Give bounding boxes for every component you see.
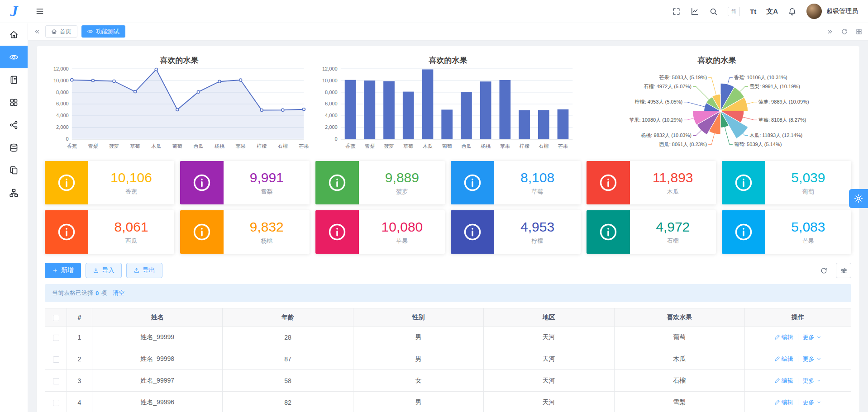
svg-text:苹果: 苹果 (500, 143, 510, 149)
tab-0[interactable]: 首页 (45, 25, 77, 38)
edit-link[interactable]: 编辑 (774, 355, 793, 363)
fullscreen-icon[interactable] (672, 7, 681, 16)
user-avatar[interactable] (806, 4, 822, 19)
sidebar-item-notebook[interactable] (0, 68, 28, 91)
row-checkbox[interactable] (53, 378, 59, 384)
edit-icon (774, 378, 780, 384)
svg-text:8,000: 8,000 (325, 90, 338, 95)
stat-card: 9,889菠萝 (315, 161, 445, 204)
stat-label: 西瓜 (125, 237, 137, 245)
cell-name: 姓名_99996 (92, 392, 223, 412)
refresh-page-icon[interactable] (841, 28, 848, 35)
sidebar-item-home[interactable] (0, 23, 28, 46)
action-divider (798, 334, 798, 340)
tab-list: 首页功能测试 (45, 25, 125, 38)
svg-text:木瓜: 11893人 (12.14%): 木瓜: 11893人 (12.14%) (749, 133, 802, 138)
cell-index: 1 (67, 327, 92, 348)
search-icon[interactable] (709, 7, 718, 16)
edit-link[interactable]: 编辑 (774, 398, 793, 407)
more-link[interactable]: 更多 (803, 333, 822, 341)
add-button[interactable]: 新增 (45, 263, 81, 278)
svg-text:雪梨: 雪梨 (365, 143, 375, 149)
stat-card-body: 5,083芒果 (765, 210, 851, 254)
info-icon (45, 210, 88, 254)
svg-text:草莓: 草莓 (403, 143, 413, 149)
stat-label: 杨桃 (261, 237, 272, 245)
column-settings-button[interactable] (836, 263, 851, 278)
stat-card: 4,953柠檬 (451, 210, 580, 254)
language-badge[interactable]: 简 (728, 7, 740, 16)
table-row: 1姓名_9999928男天河葡萄编辑更多 (45, 327, 851, 348)
tabs-scroll-left-icon[interactable] (33, 28, 41, 35)
tabs-scroll-right-icon[interactable] (826, 28, 834, 35)
row-checkbox[interactable] (53, 335, 59, 341)
stat-card: 11,893木瓜 (587, 161, 716, 204)
notebook-icon (9, 75, 19, 85)
stat-value: 4,972 (656, 219, 690, 235)
app-logo[interactable]: J (0, 4, 28, 19)
svg-text:4,000: 4,000 (325, 113, 338, 118)
translate-icon[interactable]: 文A (766, 7, 778, 16)
stat-card-body: 5,039葡萄 (765, 161, 851, 204)
username[interactable]: 超级管理员 (826, 7, 858, 15)
edit-icon (774, 334, 780, 340)
info-icon (180, 210, 224, 254)
stat-card-body: 11,893木瓜 (630, 161, 716, 204)
home-icon (51, 28, 57, 34)
column-header: 性别 (353, 308, 483, 327)
row-checkbox[interactable] (53, 400, 59, 406)
add-button-label: 新增 (61, 266, 74, 275)
stat-label: 香蕉 (125, 188, 137, 196)
chevron-down-icon (816, 356, 822, 362)
gear-icon (854, 194, 863, 204)
sidebar-item-eye[interactable] (0, 46, 28, 68)
tabs-bar-actions (826, 28, 863, 35)
select-all-checkbox[interactable] (53, 315, 59, 321)
cell-fruit: 葡萄 (614, 327, 744, 348)
font-size-icon[interactable]: Tt (750, 8, 756, 15)
info-icon (587, 210, 630, 254)
notifications-bell-icon[interactable] (788, 7, 796, 16)
layout-grid-icon[interactable] (855, 28, 863, 35)
sidebar-item-sitemap[interactable] (0, 181, 28, 204)
table-toolbar: 新增 导入 导出 (45, 263, 851, 278)
table-row: 3姓名_9999758女天河石榴编辑更多 (45, 370, 851, 392)
cell-name: 姓名_99997 (92, 370, 223, 392)
cell-region: 天河 (484, 327, 614, 348)
row-checkbox[interactable] (53, 356, 59, 363)
svg-text:10,000: 10,000 (53, 78, 69, 83)
info-icon (722, 210, 765, 254)
theme-settings-button[interactable] (849, 189, 868, 208)
stat-label: 柠檬 (532, 237, 544, 245)
refresh-table-button[interactable] (816, 263, 831, 278)
stat-card: 10,106香蕉 (45, 161, 174, 204)
more-link[interactable]: 更多 (803, 355, 822, 363)
edit-link[interactable]: 编辑 (774, 333, 793, 341)
more-link[interactable]: 更多 (803, 377, 822, 385)
home-icon (9, 30, 19, 39)
export-button[interactable]: 导出 (126, 263, 162, 278)
clear-selection-link[interactable]: 清空 (113, 289, 124, 297)
action-divider (798, 378, 798, 384)
tab-1[interactable]: 功能测试 (81, 25, 125, 38)
svg-text:2,000: 2,000 (56, 124, 69, 130)
sidebar-item-files[interactable] (0, 159, 28, 181)
menu-toggle-icon[interactable] (35, 7, 44, 16)
cell-region: 天河 (484, 370, 614, 392)
svg-text:苹果: 10080人 (10.29%): 苹果: 10080人 (10.29%) (629, 117, 682, 123)
stat-card-body: 9,832杨桃 (224, 210, 310, 254)
monitor-chart-icon[interactable] (691, 7, 699, 16)
selection-unit: 项 (101, 289, 107, 297)
sitemap-icon (9, 188, 19, 198)
cell-gender: 男 (353, 392, 483, 412)
more-link[interactable]: 更多 (803, 398, 822, 407)
cell-region: 天河 (484, 348, 614, 370)
sidebar-item-database[interactable] (0, 136, 28, 159)
import-button[interactable]: 导入 (86, 263, 122, 278)
svg-text:木瓜: 木瓜 (423, 143, 433, 149)
sidebar-item-share[interactable] (0, 114, 28, 136)
svg-text:石榴: 4972人 (5.07%): 石榴: 4972人 (5.07%) (644, 84, 692, 89)
sidebar-item-apps[interactable] (0, 91, 28, 114)
edit-link[interactable]: 编辑 (774, 377, 793, 385)
svg-text:10,000: 10,000 (322, 78, 338, 83)
